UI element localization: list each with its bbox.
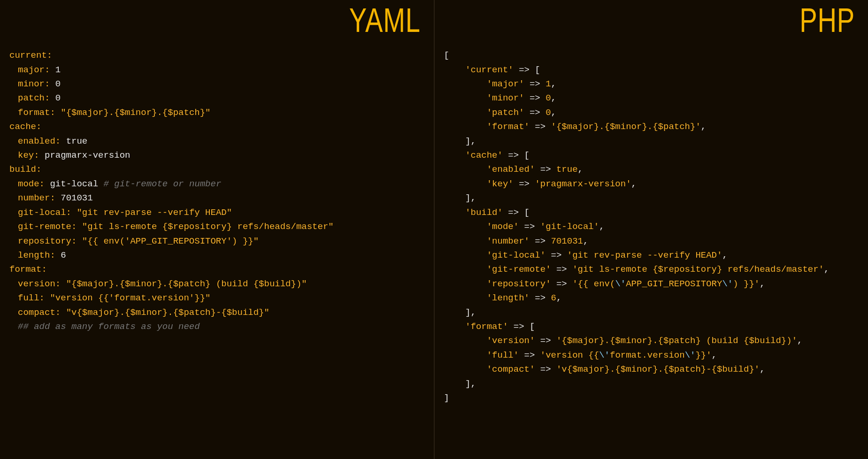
token: true <box>556 164 578 175</box>
token <box>444 336 487 346</box>
code-line: 'enabled' => true, <box>444 162 859 176</box>
token <box>444 207 466 218</box>
token: full: <box>18 293 45 303</box>
token <box>444 79 487 89</box>
token: => <box>514 179 535 189</box>
token <box>444 236 487 246</box>
token: ], <box>444 136 476 146</box>
token <box>71 207 77 218</box>
token: 'enabled' <box>487 164 535 175</box>
token: 'git ls-remote {$repository} refs/heads/… <box>572 264 824 275</box>
token <box>444 65 466 75</box>
token: minor: <box>18 79 50 89</box>
token: pragmarx-version <box>45 150 130 161</box>
token <box>444 107 487 118</box>
token: "v{$major}.{$minor}.{$patch}-{$build}" <box>66 307 269 318</box>
code-line: 'format' => '{$major}.{$minor}.{$patch}'… <box>444 120 859 134</box>
token: 1 <box>55 65 61 75</box>
token: 'minor' <box>487 93 524 103</box>
code-line: 'number' => 701031, <box>444 234 859 248</box>
code-line: cache: <box>9 120 424 134</box>
code-line: 'full' => 'version {{\'format.version\'}… <box>444 348 859 362</box>
token: git-local: <box>18 207 71 218</box>
token: format.version <box>610 350 685 360</box>
yaml-code: current:major: 1minor: 0patch: 0format: … <box>9 48 424 334</box>
token <box>444 122 487 132</box>
token: 'full' <box>487 350 519 360</box>
token: mode: <box>18 179 45 189</box>
token: , <box>760 364 765 375</box>
token <box>444 321 466 332</box>
token: "version {{'format.version'}}" <box>50 293 210 303</box>
code-line: major: 1 <box>9 63 424 77</box>
code-line: 'mode' => 'git-local', <box>444 220 859 234</box>
token: , <box>551 93 556 103</box>
token <box>50 65 55 75</box>
token: key: <box>18 150 39 161</box>
token: patch: <box>18 93 50 103</box>
token: , <box>722 250 727 260</box>
token: => <box>535 164 556 175</box>
code-line: 'patch' => 0, <box>444 106 859 120</box>
code-line: mode: git-local # git-remote or number <box>9 177 424 191</box>
token: => <box>545 250 567 260</box>
token: 701031 <box>61 193 92 203</box>
token: enabled: <box>18 136 61 146</box>
code-line: full: "version {{'format.version'}}" <box>9 291 424 305</box>
token: ], <box>444 193 476 203</box>
token <box>50 79 55 89</box>
yaml-pane: YAML current:major: 1minor: 0patch: 0for… <box>0 0 434 459</box>
code-line: format: "{$major}.{$minor}.{$patch}" <box>9 106 424 120</box>
token: }}' <box>695 350 711 360</box>
token: 'git-local' <box>487 250 545 260</box>
token: 'cache' <box>465 150 503 161</box>
token: 'build' <box>465 207 503 218</box>
code-line: 'key' => 'pragmarx-version', <box>444 177 859 191</box>
token: 0 <box>55 79 61 89</box>
token: => <box>519 350 540 360</box>
token: => <box>535 336 556 346</box>
token <box>98 179 103 189</box>
token: => <box>514 65 535 75</box>
token <box>55 193 61 203</box>
token <box>444 364 487 375</box>
token: true <box>66 136 88 146</box>
php-code: [ 'current' => [ 'major' => 1, 'minor' =… <box>444 48 859 405</box>
token: => <box>551 264 573 275</box>
token: "git rev-parse --verify HEAD" <box>77 207 232 218</box>
code-line: 'git-remote' => 'git ls-remote {$reposit… <box>444 262 859 276</box>
token: , <box>551 79 556 89</box>
token: ] <box>444 393 449 403</box>
code-line: current: <box>9 48 424 62</box>
token: \' <box>599 350 610 360</box>
token: => <box>519 222 540 232</box>
code-line: compact: "v{$major}.{$minor}.{$patch}-{$… <box>9 306 424 320</box>
token: , <box>631 179 637 189</box>
token: , <box>556 293 561 303</box>
token: , <box>712 350 717 360</box>
code-line: length: 6 <box>9 248 424 262</box>
token: length: <box>18 250 55 260</box>
token: [ <box>524 207 530 218</box>
token: # git-remote or number <box>103 179 221 189</box>
token: 'key' <box>487 179 514 189</box>
token: => <box>524 107 546 118</box>
token: ) }}' <box>733 279 760 289</box>
token <box>444 222 487 232</box>
code-line: 'minor' => 0, <box>444 91 859 105</box>
token <box>444 264 487 275</box>
code-line: ], <box>444 191 859 205</box>
token: "{$major}.{$minor}.{$patch}" <box>61 107 210 118</box>
token <box>77 222 82 232</box>
token: , <box>824 264 829 275</box>
token: => <box>530 122 551 132</box>
token: 'git-remote' <box>487 264 551 275</box>
token: format: <box>18 107 55 118</box>
token: , <box>599 222 604 232</box>
token: current: <box>9 50 52 61</box>
token <box>444 279 487 289</box>
token: '{$major}.{$minor}.{$patch}' <box>551 122 701 132</box>
token: , <box>551 107 556 118</box>
code-line: ], <box>444 377 859 391</box>
token: 1 <box>545 79 551 89</box>
